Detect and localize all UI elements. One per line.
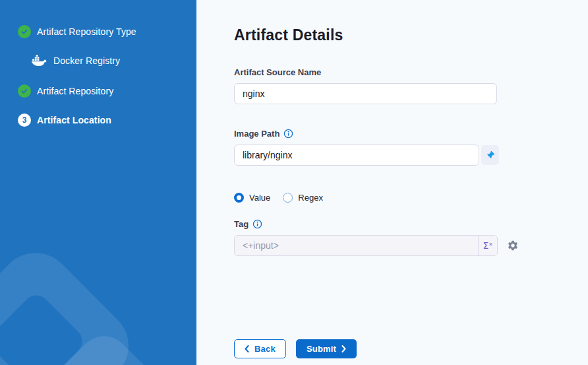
- step-artifact-repository-type[interactable]: Artifact Repository Type: [18, 25, 196, 38]
- wizard-sidebar: Artifact Repository Type Docker Registry: [0, 0, 196, 365]
- pushpin-icon: [486, 150, 495, 160]
- radio-regex-label: Regex: [298, 193, 323, 203]
- artifact-source-name-group: Artifact Source Name: [234, 67, 588, 104]
- tag-input: [235, 236, 478, 255]
- radio-value[interactable]: Value: [234, 193, 270, 203]
- back-button-label: Back: [254, 344, 276, 354]
- image-path-input[interactable]: [234, 145, 479, 166]
- wizard-steps: Artifact Repository Type Docker Registry: [0, 0, 196, 127]
- pin-button[interactable]: [481, 145, 499, 165]
- step-label: Artifact Repository Type: [37, 26, 136, 37]
- docker-whale-icon: [30, 55, 47, 67]
- step-number-badge: 3: [18, 114, 31, 127]
- image-path-label: Image Path: [234, 129, 279, 139]
- step-docker-registry[interactable]: Docker Registry: [30, 54, 196, 67]
- gear-icon: [507, 240, 519, 251]
- step-artifact-repository[interactable]: Artifact Repository: [18, 84, 196, 98]
- chevron-left-icon: [245, 345, 249, 352]
- submit-button-label: Submit: [307, 344, 336, 354]
- artifact-details-panel: Artifact Details Artifact Source Name Im…: [196, 0, 588, 365]
- check-circle-icon: [18, 84, 31, 98]
- tag-input-container: Σˣ: [234, 235, 498, 256]
- image-path-group: Image Path: [234, 129, 588, 166]
- page-title: Artifact Details: [234, 26, 588, 44]
- step-artifact-location[interactable]: 3 Artifact Location: [18, 114, 196, 127]
- artifact-source-name-input[interactable]: [234, 83, 497, 104]
- step-label: Artifact Repository: [37, 86, 113, 96]
- tag-settings-button[interactable]: [507, 240, 519, 251]
- chevron-right-icon: [341, 345, 346, 352]
- submit-button[interactable]: Submit: [296, 339, 357, 358]
- info-icon[interactable]: [252, 219, 262, 229]
- step-label: Artifact Location: [37, 115, 111, 125]
- back-button[interactable]: Back: [234, 339, 286, 358]
- tag-type-radio-group: Value Regex: [234, 193, 588, 203]
- radio-regex[interactable]: Regex: [283, 193, 323, 203]
- artifact-wizard: Artifact Repository Type Docker Registry: [0, 0, 588, 365]
- step-label: Docker Registry: [53, 55, 120, 66]
- radio-unselected-icon: [283, 193, 293, 203]
- tag-label: Tag: [234, 219, 249, 229]
- info-icon[interactable]: [283, 129, 293, 139]
- expression-sigma-button[interactable]: Σˣ: [478, 236, 497, 255]
- radio-selected-icon: [234, 193, 244, 203]
- check-circle-icon: [18, 25, 31, 38]
- artifact-source-name-label: Artifact Source Name: [234, 67, 321, 77]
- tag-group: Tag Σˣ: [234, 219, 588, 256]
- wizard-actions: Back Submit: [234, 339, 588, 358]
- radio-value-label: Value: [249, 193, 270, 203]
